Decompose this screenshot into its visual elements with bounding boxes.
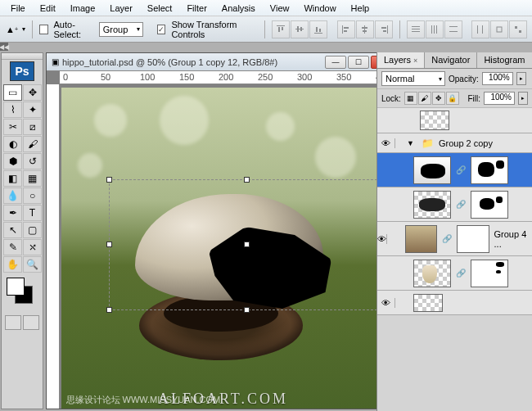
distribute-3-icon[interactable]	[444, 20, 462, 38]
canvas[interactable]: ALFOART.COM 思缘设计论坛 WWW.MISSYUAN.COM	[60, 84, 397, 409]
type-tool[interactable]: T	[23, 205, 42, 221]
menu-view[interactable]: View	[263, 1, 297, 16]
maximize-button[interactable]: ☐	[348, 56, 369, 69]
distribute-6-icon[interactable]	[509, 20, 527, 38]
link-icon: 🔗	[456, 269, 466, 278]
distribute-4-icon[interactable]	[471, 20, 489, 38]
lock-transparency-icon[interactable]: ▦	[404, 92, 417, 105]
blend-mode-dropdown[interactable]: Normal	[381, 71, 445, 86]
svg-rect-27	[482, 25, 483, 34]
shape-tool[interactable]: ▢	[23, 222, 42, 238]
ps-logo-icon: Ps	[10, 61, 34, 81]
hand-tool[interactable]: ✋	[3, 256, 22, 273]
svg-rect-26	[477, 25, 478, 34]
layer-thumb	[413, 260, 451, 287]
tab-histogram[interactable]: Histogram	[477, 52, 532, 68]
svg-rect-23	[436, 25, 437, 34]
lasso-tool[interactable]: ⌇	[3, 102, 22, 118]
auto-select-dropdown[interactable]: Group	[99, 22, 144, 37]
layer-row[interactable]: 👁 🔗 Group 4 ...	[377, 222, 532, 256]
layer-row[interactable]: 🔗	[377, 256, 532, 291]
brush-tool[interactable]: 🖌	[23, 136, 42, 152]
transform-box[interactable]	[109, 179, 385, 310]
color-swatches[interactable]	[5, 278, 39, 310]
distribute-5-icon[interactable]	[490, 20, 508, 38]
layer-row[interactable]: 👁	[377, 291, 532, 315]
quickmask-mode-icon[interactable]	[23, 315, 39, 330]
visibility-icon[interactable]: 👁	[381, 138, 390, 148]
foreground-color[interactable]	[7, 278, 25, 296]
menu-layer[interactable]: Layer	[102, 1, 140, 16]
slice-tool[interactable]: ⧄	[23, 119, 42, 135]
align-bottom-icon[interactable]	[309, 20, 327, 38]
svg-rect-15	[387, 25, 388, 34]
zoom-tool[interactable]: 🔍	[23, 256, 42, 273]
layer-row-selected[interactable]: 🔗	[377, 153, 532, 187]
move-tool[interactable]: ✥	[23, 84, 42, 101]
minimize-button[interactable]: —	[325, 56, 346, 69]
history-brush-tool[interactable]: ↺	[23, 153, 42, 169]
eraser-tool[interactable]: ◧	[3, 170, 22, 187]
align-right-icon[interactable]	[375, 20, 393, 38]
visibility-icon[interactable]: 👁	[377, 234, 386, 244]
fill-arrow[interactable]: ▸	[518, 92, 528, 105]
lock-pixels-icon[interactable]: 🖌	[418, 92, 431, 105]
lock-position-icon[interactable]: ✥	[432, 92, 445, 105]
panels: Layers× Navigator Histogram Normal Opaci…	[376, 52, 532, 411]
mask-thumb	[471, 260, 508, 287]
menu-edit[interactable]: Edit	[33, 1, 63, 16]
auto-select-label: Auto-Select:	[54, 20, 96, 39]
auto-select-checkbox[interactable]	[39, 25, 48, 34]
show-transform-checkbox[interactable]: ✓	[157, 25, 166, 34]
folder-icon: 📁	[422, 138, 434, 149]
group-arrow-icon[interactable]: ▼	[407, 139, 414, 147]
crop-tool[interactable]: ✂	[3, 119, 22, 135]
visibility-icon[interactable]: 👁	[381, 298, 390, 308]
ruler-vertical	[47, 84, 60, 409]
group-row[interactable]: 👁 ▼ 📁 Group 2 copy	[377, 133, 532, 153]
svg-rect-29	[515, 26, 517, 29]
collapse-toggle[interactable]: ◀◀	[0, 43, 8, 51]
show-transform-label: Show Transform Controls	[171, 20, 258, 39]
move-tool-icon: ▲+	[5, 21, 19, 38]
pen-tool[interactable]: ✒	[3, 205, 22, 221]
menu-analysis[interactable]: Analysis	[214, 1, 263, 16]
svg-rect-4	[297, 26, 299, 32]
svg-rect-22	[434, 25, 435, 34]
notes-tool[interactable]: ✎	[3, 239, 22, 255]
svg-rect-6	[314, 33, 322, 34]
distribute-2-icon[interactable]	[426, 20, 444, 38]
menu-image[interactable]: Image	[63, 1, 103, 16]
align-vcenter-icon[interactable]	[291, 20, 309, 38]
layer-row[interactable]	[377, 108, 532, 133]
gradient-tool[interactable]: ▦	[23, 170, 42, 187]
svg-rect-18	[412, 26, 420, 27]
eyedropper-tool[interactable]: ⤯	[23, 239, 42, 255]
wand-tool[interactable]: ✦	[23, 102, 42, 118]
menu-select[interactable]: Select	[140, 1, 180, 16]
path-tool[interactable]: ↖	[3, 222, 22, 238]
marquee-tool[interactable]: ▭	[3, 84, 22, 101]
opacity-arrow[interactable]: ▸	[516, 72, 526, 85]
menu-file[interactable]: File	[3, 1, 33, 16]
blur-tool[interactable]: 💧	[3, 187, 22, 204]
tab-navigator[interactable]: Navigator	[425, 52, 477, 68]
opacity-input[interactable]: 100%	[482, 72, 513, 85]
menu-filter[interactable]: Filter	[179, 1, 214, 16]
layer-row[interactable]: 🔗	[377, 187, 532, 222]
standard-mode-icon[interactable]	[5, 315, 21, 330]
dodge-tool[interactable]: ○	[23, 187, 42, 204]
svg-rect-9	[342, 25, 343, 34]
lock-all-icon[interactable]: 🔒	[446, 92, 459, 105]
menu-window[interactable]: Window	[296, 1, 343, 16]
align-hcenter-icon[interactable]	[356, 20, 374, 38]
tab-layers[interactable]: Layers×	[377, 52, 425, 68]
distribute-1-icon[interactable]	[407, 20, 425, 38]
fill-input[interactable]: 100%	[484, 92, 515, 105]
align-top-icon[interactable]	[272, 20, 290, 38]
link-icon: 🔗	[442, 234, 452, 243]
stamp-tool[interactable]: ⬢	[3, 153, 22, 169]
heal-tool[interactable]: ◐	[3, 136, 22, 152]
menu-help[interactable]: Help	[344, 1, 377, 16]
align-left-icon[interactable]	[337, 20, 355, 38]
